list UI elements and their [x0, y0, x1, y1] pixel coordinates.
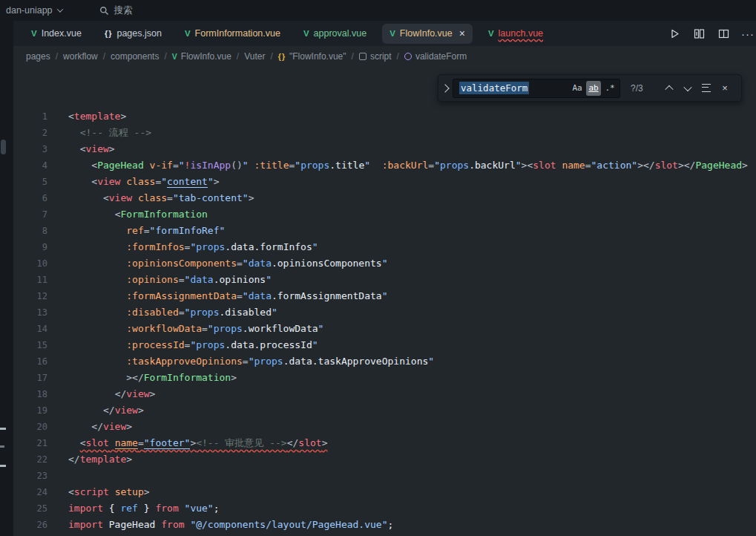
code-line[interactable]: 8 ref="formInfoRef" — [13, 223, 756, 239]
code-line[interactable]: 11 :opinions="data.opinions" — [13, 272, 756, 288]
breadcrumb-item[interactable]: validateForm — [404, 51, 467, 62]
line-number: 24 — [13, 484, 47, 500]
split-editor-button[interactable] — [717, 27, 730, 40]
tab-Index.vue[interactable]: VIndex.vue — [24, 24, 89, 44]
line-number: 14 — [13, 321, 47, 337]
previous-match-button[interactable] — [661, 80, 677, 97]
code-line[interactable]: 3 <view> — [13, 141, 756, 157]
close-find-button[interactable]: × — [717, 80, 733, 97]
code-text: :opinions="data.opinions" — [47, 272, 272, 288]
project-menu[interactable]: dan-uniapp — [0, 0, 68, 21]
close-icon[interactable]: × — [459, 28, 465, 39]
code-text: <FormInformation — [47, 206, 208, 223]
split-editor-icon — [718, 28, 729, 39]
breadcrumb-item[interactable]: VFlowInfo.vue — [172, 51, 231, 62]
code-text: </view> — [47, 386, 155, 402]
find-toggles: Aa ab .* — [570, 81, 617, 96]
code-line[interactable]: 1<template> — [13, 108, 756, 125]
breadcrumb-item[interactable]: script — [359, 51, 392, 62]
code-line[interactable]: 14 :workflowData="props.workflowData" — [13, 321, 756, 337]
breadcrumb-label: script — [370, 51, 392, 62]
regex-toggle[interactable]: .* — [602, 81, 617, 96]
vue-file-icon: V — [303, 29, 309, 38]
search-label: 搜索 — [114, 4, 133, 17]
code-line[interactable]: 22</template> — [13, 451, 756, 468]
line-number: 22 — [13, 451, 47, 468]
code-text: <PageHead v-if="!isInApp()" :title="prop… — [47, 157, 748, 174]
code-text: ></FormInformation> — [47, 370, 237, 386]
code-text: :workflowData="props.workflowData" — [47, 321, 323, 337]
whole-word-toggle[interactable]: ab — [586, 81, 601, 96]
code-text: ref="formInfoRef" — [47, 223, 225, 239]
code-line[interactable]: 18 </view> — [13, 386, 756, 402]
code-line[interactable]: 2 <!-- 流程 --> — [13, 125, 756, 141]
code-text: <slot name="footer"><!-- 审批意见 --></slot> — [47, 435, 327, 451]
code-line[interactable]: 20 </view> — [13, 419, 756, 435]
code-text: :taskApproveOpinions="props.data.taskApp… — [47, 353, 434, 370]
breadcrumb-item[interactable]: Vuter — [244, 51, 265, 62]
code-line[interactable]: 6 <view class="tab-content"> — [13, 190, 756, 206]
code-line[interactable]: 5 <view class="content"> — [13, 174, 756, 190]
find-collapse-handle[interactable] — [438, 75, 451, 101]
line-number: 26 — [13, 517, 47, 533]
find-input[interactable]: validateForm Aa ab .* — [453, 79, 620, 98]
code-line[interactable]: 13 :disabled="props.disabled" — [13, 304, 756, 321]
code-area[interactable]: 1<template>2 <!-- 流程 -->3 <view>4 <PageH… — [13, 67, 756, 533]
code-text: :disabled="props.disabled" — [47, 304, 277, 321]
code-line[interactable]: 12 :formAssignmentData="data.formAssignm… — [13, 288, 756, 304]
breadcrumb-item[interactable]: {}"FlowInfo.vue" — [278, 51, 346, 62]
tab-FlowInfo.vue[interactable]: VFlowInfo.vue× — [382, 24, 473, 44]
code-line[interactable]: 19 </view> — [13, 402, 756, 419]
tab-launch.vue[interactable]: Vlaunch.vue — [481, 24, 550, 44]
code-text: <view> — [47, 141, 115, 157]
code-line[interactable]: 23 — [13, 468, 756, 484]
match-case-toggle[interactable]: Aa — [570, 81, 585, 96]
breadcrumb-item[interactable]: pages — [26, 51, 50, 62]
code-line[interactable]: 17 ></FormInformation> — [13, 370, 756, 386]
tab-bar: VIndex.vue{}pages.jsonVFormInformation.v… — [13, 21, 756, 46]
code-line[interactable]: 4 <PageHead v-if="!isInApp()" :title="pr… — [13, 157, 756, 174]
find-in-selection-button[interactable] — [698, 80, 714, 97]
more-actions-button[interactable]: ··· — [741, 27, 755, 40]
left-strip — [0, 21, 13, 536]
code-line[interactable]: 7 <FormInformation — [13, 206, 756, 223]
breadcrumb: pages/workflow/components/VFlowInfo.vue/… — [13, 46, 756, 67]
code-line[interactable]: 15 :processId="props.data.processId" — [13, 337, 756, 353]
line-number: 6 — [13, 190, 47, 206]
open-changes-icon — [694, 28, 705, 39]
code-line[interactable]: 16 :taskApproveOpinions="props.data.task… — [13, 353, 756, 370]
line-number: 25 — [13, 500, 47, 517]
line-number: 4 — [13, 157, 47, 174]
code-line[interactable]: 26import PageHead from "@/components/lay… — [13, 517, 756, 533]
open-changes-button[interactable] — [692, 27, 706, 40]
code-line[interactable]: 24<script setup> — [13, 484, 756, 500]
code-text — [47, 468, 68, 484]
run-button[interactable] — [668, 27, 681, 40]
breadcrumb-separator: / — [164, 51, 166, 62]
code-text: <view class="tab-content"> — [47, 190, 254, 206]
tab-FormInformation.vue[interactable]: VFormInformation.vue — [177, 24, 288, 44]
editor[interactable]: validateForm Aa ab .* ?/3 × 1<template>2… — [13, 67, 756, 536]
code-line[interactable]: 10 :opinionsComponents="data.opinionsCom… — [13, 255, 756, 272]
search-icon — [99, 6, 109, 16]
breadcrumb-item[interactable]: components — [111, 51, 159, 62]
search-button[interactable]: 搜索 — [93, 0, 139, 21]
breadcrumb-label: FlowInfo.vue — [181, 51, 231, 62]
vue-file-icon: V — [488, 29, 494, 38]
code-line[interactable]: 9 :formInfos="props.data.formInfos" — [13, 239, 756, 255]
vue-file-icon: V — [185, 29, 191, 38]
breadcrumb-item[interactable]: workflow — [63, 51, 98, 62]
title-bar: dan-uniapp 搜索 — [0, 0, 756, 21]
editor-actions: ··· — [668, 27, 756, 40]
code-line[interactable]: 25import { ref } from "vue"; — [13, 500, 756, 517]
gutter-mark — [0, 445, 4, 448]
line-number: 16 — [13, 353, 47, 370]
tab-approval.vue[interactable]: Vapproval.vue — [296, 24, 374, 44]
next-match-button[interactable] — [680, 80, 696, 97]
line-number: 7 — [13, 206, 47, 223]
line-number: 9 — [13, 239, 47, 255]
line-number: 10 — [13, 255, 47, 272]
breadcrumb-label: validateForm — [415, 51, 467, 62]
tab-pages.json[interactable]: {}pages.json — [97, 24, 169, 44]
code-line[interactable]: 21 <slot name="footer"><!-- 审批意见 --></sl… — [13, 435, 756, 451]
